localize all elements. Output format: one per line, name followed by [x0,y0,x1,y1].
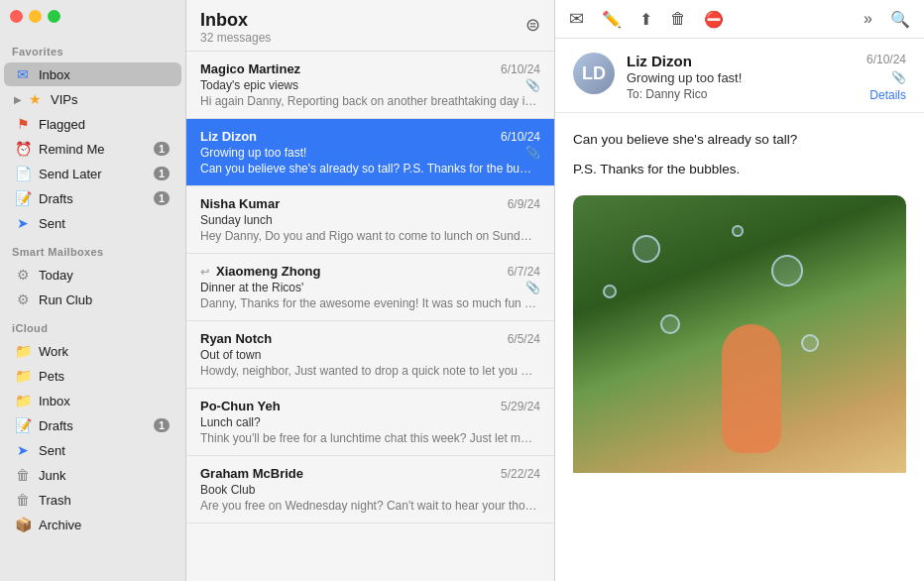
detail-toolbar: ✉ ✏️ ⬆ 🗑 ⛔ » 🔍 [555,0,924,39]
junk-label: Junk [39,468,170,483]
titlebar [10,10,60,23]
compose-toolbar-icon[interactable]: ✏️ [602,10,622,29]
vips-label: VIPs [51,92,170,107]
bubble-0 [633,235,660,263]
minimize-button[interactable] [29,10,42,23]
delete-toolbar-icon[interactable]: 🗑 [670,10,686,28]
sidebar-item-drafts[interactable]: 📝Drafts1 [4,186,181,210]
sidebar-item-junk[interactable]: 🗑Junk [4,463,181,487]
bubble-2 [603,285,617,298]
remind-me-icon: ⏰ [14,140,32,158]
sidebar-item-trash[interactable]: 🗑Trash [4,488,181,512]
msg-preview-1: Hi again Danny, Reporting back on anothe… [200,94,537,108]
email-date: 6/10/24 [866,53,906,66]
bubble-3 [771,255,803,287]
attachment-icon-4: 📎 [525,281,540,294]
sidebar-item-archive[interactable]: 📦Archive [4,513,181,536]
sent-icon: ➤ [14,214,32,232]
sidebar-item-today[interactable]: ⚙Today [4,263,181,287]
message-item-4[interactable]: ↩ Xiaomeng Zhong6/7/24Dinner at the Rico… [186,254,554,321]
sidebar-item-pets[interactable]: 📁Pets [4,364,181,388]
icloud-drafts-badge: 1 [154,418,170,432]
email-body: Can you believe she's already so tall? P… [555,113,924,195]
send-later-badge: 1 [154,167,170,180]
send-later-label: Send Later [39,167,154,181]
message-item-2[interactable]: Liz Dizon6/10/24Growing up too fast!📎Can… [186,119,554,186]
msg-sender-3: Nisha Kumar [200,196,280,211]
icloud-drafts-label: Drafts [39,418,154,433]
inbox-icon: ✉ [14,65,32,83]
junk-toolbar-icon[interactable]: ⛔ [704,10,724,29]
close-button[interactable] [10,10,23,23]
mail-toolbar-icon[interactable]: ✉ [569,8,584,30]
icloud-inbox-label: Inbox [39,394,170,408]
msg-date-3: 6/9/24 [508,197,540,211]
sidebar-item-icloud-inbox[interactable]: 📁Inbox [4,389,181,412]
msg-date-2: 6/10/24 [501,130,540,144]
message-item-6[interactable]: Po-Chun Yeh5/29/24Lunch call?Think you'l… [186,389,554,456]
today-label: Today [39,268,170,283]
msg-subject-4: Dinner at the Ricos' [200,281,303,294]
bubble-1 [660,314,680,334]
msg-preview-2: Can you believe she's already so tall? P… [200,162,537,175]
bubble-4 [801,334,819,352]
search-toolbar-icon[interactable]: 🔍 [890,10,910,29]
icloud-sent-icon: ➤ [14,441,32,459]
message-list-header: Inbox 32 messages ⊜ [186,0,554,52]
sidebar-item-flagged[interactable]: ⚑Flagged [4,112,181,136]
sender-name: Liz Dizon [627,53,855,69]
pets-label: Pets [39,369,170,384]
sidebar-item-icloud-sent[interactable]: ➤Sent [4,438,181,462]
attachment-icon-2: 📎 [525,146,540,160]
to-label: To: [627,87,642,101]
sidebar-item-sent[interactable]: ➤Sent [4,211,181,235]
msg-preview-3: Hey Danny, Do you and Rigo want to come … [200,229,537,243]
msg-sender-1: Magico Martinez [200,61,300,76]
message-item-1[interactable]: Magico Martinez6/10/24Today's epic views… [186,52,554,119]
archive-icon: 📦 [14,516,32,533]
archive-toolbar-icon[interactable]: ⬆ [639,10,652,29]
email-image-container [573,195,906,581]
send-later-icon: 📄 [14,165,32,182]
sidebar-item-send-later[interactable]: 📄Send Later1 [4,162,181,185]
email-header: LD Liz Dizon Growing up too fast! To: Da… [555,39,924,113]
remind-me-badge: 1 [154,142,170,156]
body-line-2: P.S. Thanks for the bubbles. [573,159,906,180]
sidebar-item-work[interactable]: 📁Work [4,339,181,363]
archive-label: Archive [39,518,170,532]
msg-subject-6: Lunch call? [200,415,261,429]
flagged-label: Flagged [39,117,170,132]
sidebar-item-icloud-drafts[interactable]: 📝Drafts1 [4,413,181,437]
trash-label: Trash [39,493,170,508]
work-label: Work [39,344,170,359]
today-icon: ⚙ [14,266,32,284]
sender-avatar: LD [573,53,615,94]
msg-sender-4: ↩ Xiaomeng Zhong [200,264,321,279]
more-toolbar-icon[interactable]: » [864,10,872,28]
message-item-5[interactable]: Ryan Notch6/5/24Out of townHowdy, neighb… [186,321,554,389]
fullscreen-button[interactable] [48,10,60,23]
msg-date-7: 5/22/24 [501,467,540,481]
run-club-icon: ⚙ [14,290,32,308]
drafts-label: Drafts [39,191,154,206]
sidebar-item-vips[interactable]: ▶★VIPs [4,87,181,111]
details-link[interactable]: Details [869,88,906,102]
msg-subject-7: Book Club [200,483,255,497]
message-item-3[interactable]: Nisha Kumar6/9/24Sunday lunchHey Danny, … [186,186,554,254]
filter-icon[interactable]: ⊜ [525,14,540,36]
msg-preview-5: Howdy, neighbor, Just wanted to drop a q… [200,364,537,378]
bubble-5 [732,225,744,237]
sidebar-item-run-club[interactable]: ⚙Run Club [4,288,181,311]
remind-me-label: Remind Me [39,142,154,157]
chevron-icon: ▶ [14,94,22,105]
sidebar-item-remind-me[interactable]: ⏰Remind Me1 [4,137,181,161]
to-recipient: Danny Rico [645,87,707,101]
sidebar-section-smart-mailboxes: Smart Mailboxes [0,236,185,262]
sidebar-item-inbox[interactable]: ✉Inbox [4,62,181,86]
body-line-1: Can you believe she's already so tall? [573,129,906,151]
inbox-label: Inbox [39,67,170,82]
trash-icon: 🗑 [14,491,32,509]
flagged-icon: ⚑ [14,115,32,133]
message-item-7[interactable]: Graham McBride5/22/24Book ClubAre you fr… [186,456,554,523]
message-list-panel: Inbox 32 messages ⊜ Magico Martinez6/10/… [186,0,555,581]
